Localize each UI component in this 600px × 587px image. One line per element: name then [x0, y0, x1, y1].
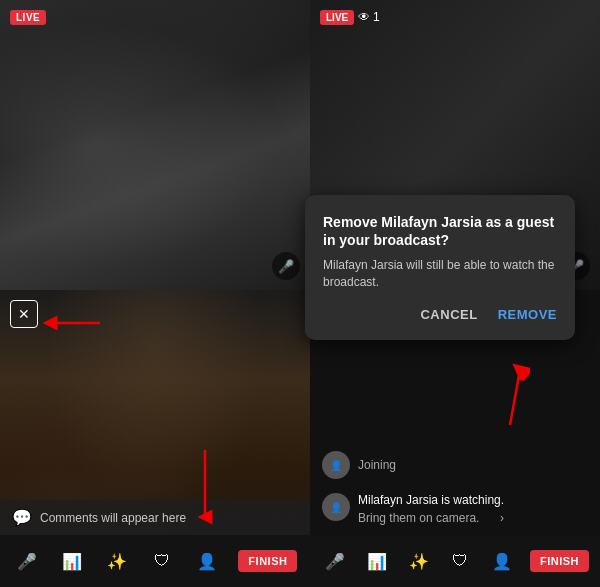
arrow-to-remove: [490, 360, 530, 434]
eye-icon: 👁: [358, 10, 370, 24]
live-badge-right: LIVE: [320, 10, 354, 25]
joining-avatar: 👤: [322, 451, 350, 479]
finish-button-right[interactable]: FINISH: [530, 550, 589, 572]
x-icon: ✕: [18, 306, 30, 322]
viewers-badge: 👁 1: [358, 10, 380, 24]
live-badge-left: LIVE: [10, 10, 46, 25]
comments-icon: 💬: [12, 508, 32, 527]
dialog-actions: CANCEL REMOVE: [323, 307, 557, 322]
bring-on-camera[interactable]: Bring them on camera. ›: [358, 507, 504, 525]
mic-toolbar-icon-left[interactable]: 🎤: [13, 547, 41, 575]
bring-text: Bring them on camera.: [358, 511, 479, 525]
mic-icon-left[interactable]: 🎤: [272, 252, 300, 280]
right-bottom-toolbar: 🎤 📊 ✨ 🛡 👤 FINISH: [310, 535, 600, 587]
watching-message: 👤 Milafayn Jarsia is watching. Bring the…: [310, 487, 600, 535]
remove-button[interactable]: REMOVE: [498, 307, 557, 322]
watching-name: Milafayn Jarsia is watching.: [358, 493, 504, 507]
dialog-subtitle: Milafayn Jarsia will still be able to wa…: [323, 257, 557, 291]
viewers-count: 1: [373, 10, 380, 24]
mic-toolbar-icon-right[interactable]: 🎤: [321, 547, 349, 575]
comments-text: Comments will appear here: [40, 511, 186, 525]
remove-guest-dialog: Remove Milafayn Jarsia as a guest in you…: [305, 195, 575, 340]
svg-line-2: [510, 370, 520, 425]
chart-icon-right[interactable]: 📊: [363, 547, 391, 575]
finish-button-left[interactable]: FINISH: [238, 550, 297, 572]
joining-message: 👤 Joining: [310, 443, 600, 487]
person-icon-right[interactable]: 👤: [488, 547, 516, 575]
dialog-title: Remove Milafayn Jarsia as a guest in you…: [323, 213, 557, 249]
close-guest-button[interactable]: ✕: [10, 300, 38, 328]
cancel-button[interactable]: CANCEL: [420, 307, 477, 322]
watching-avatar: 👤: [322, 493, 350, 521]
shield-icon-left[interactable]: 🛡: [148, 547, 176, 575]
left-panel: LIVE 🎤 ✕: [0, 0, 310, 587]
left-bottom-toolbar: 🎤 📊 ✨ 🛡 👤 FINISH: [0, 535, 310, 587]
chart-icon-left[interactable]: 📊: [58, 547, 86, 575]
chevron-right-icon: ›: [500, 511, 504, 525]
watching-content: Milafayn Jarsia is watching. Bring them …: [358, 493, 504, 529]
effects-icon-left[interactable]: ✨: [103, 547, 131, 575]
top-camera-feed: LIVE 🎤: [0, 0, 310, 290]
arrow-to-finish: [190, 445, 220, 529]
shield-icon-right[interactable]: 🛡: [446, 547, 474, 575]
person-icon-left[interactable]: 👤: [193, 547, 221, 575]
effects-icon-right[interactable]: ✨: [405, 547, 433, 575]
comments-bar: 💬 Comments will appear here: [0, 500, 310, 535]
joining-text: Joining: [358, 458, 396, 472]
arrow-to-close: [45, 308, 105, 342]
